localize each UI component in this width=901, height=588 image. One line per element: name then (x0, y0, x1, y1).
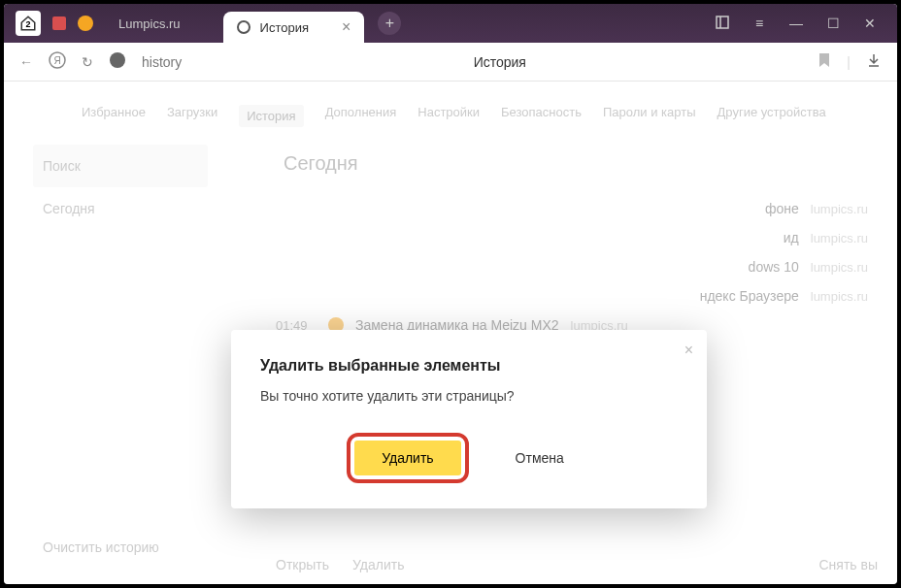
delete-button[interactable]: Удалить (352, 557, 404, 572)
day-header: Сегодня (284, 152, 878, 175)
highlight-annotation: Удалить (347, 433, 468, 483)
bookmark-icon[interactable] (818, 52, 831, 71)
nav-other-devices[interactable]: Другие устройства (717, 105, 826, 127)
nav-history[interactable]: История (239, 105, 303, 127)
history-row[interactable]: фоне lumpics.ru (227, 194, 878, 223)
address-bar: ← Я ↻ history История | (4, 43, 897, 82)
history-row[interactable]: ндекс Браузере lumpics.ru (227, 281, 878, 310)
pin-icon[interactable] (52, 16, 66, 30)
clear-history-link[interactable]: Очистить историю (43, 539, 159, 555)
confirm-delete-modal: × Удалить выбранные элементы Вы точно хо… (231, 330, 707, 508)
svg-rect-0 (717, 16, 728, 28)
download-icon[interactable] (866, 52, 882, 71)
modal-close-button[interactable]: × (684, 342, 693, 359)
tab-inactive-lumpics[interactable]: Lumpics.ru (105, 16, 194, 31)
nav-downloads[interactable]: Загрузки (167, 105, 217, 127)
tab-active-history[interactable]: История × (223, 12, 365, 43)
row-domain: lumpics.ru (811, 260, 868, 275)
cancel-button[interactable]: Отмена (488, 433, 591, 483)
nav-addons[interactable]: Дополнения (325, 105, 397, 127)
sidebar-toggle-icon[interactable] (713, 15, 732, 33)
row-title: ндекс Браузере (700, 288, 799, 304)
row-title: dows 10 (749, 259, 799, 275)
back-button[interactable]: ← (19, 54, 33, 70)
browser-window: 2 Lumpics.ru История × + ≡ — ☐ ✕ ← Я ↻ h… (4, 4, 897, 584)
tab-label: История (260, 20, 309, 35)
row-title: фоне (765, 201, 799, 216)
yandex-icon[interactable]: Я (49, 51, 66, 72)
history-row[interactable]: ид lumpics.ru (227, 223, 878, 252)
modal-text: Вы точно хотите удалить эти страницы? (260, 388, 678, 404)
page-title: История (197, 54, 802, 70)
home-tab-button[interactable]: 2 (16, 11, 41, 36)
modal-title: Удалить выбранные элементы (260, 357, 678, 375)
selection-footer: Открыть Удалить Снять вы (276, 547, 878, 572)
titlebar-left: 2 Lumpics.ru (4, 11, 194, 36)
new-tab-button[interactable]: + (378, 12, 401, 35)
row-domain: lumpics.ru (811, 231, 868, 245)
maximize-button[interactable]: ☐ (823, 16, 843, 31)
content-area: Избранное Загрузки История Дополнения На… (4, 82, 897, 584)
clock-icon (237, 20, 250, 34)
pinned-site-icon[interactable] (78, 16, 93, 31)
svg-text:Я: Я (53, 55, 60, 66)
close-window-button[interactable]: ✕ (860, 16, 880, 31)
tab-close-button[interactable]: × (342, 18, 350, 36)
home-badge: 2 (25, 19, 30, 29)
modal-buttons: Удалить Отмена (260, 433, 678, 483)
settings-nav: Избранное Загрузки История Дополнения На… (4, 82, 897, 145)
row-domain: lumpics.ru (811, 202, 868, 216)
titlebar: 2 Lumpics.ru История × + ≡ — ☐ ✕ (4, 4, 897, 43)
menu-icon[interactable]: ≡ (750, 16, 769, 31)
open-button[interactable]: Открыть (276, 557, 329, 572)
url-text[interactable]: history (142, 54, 182, 70)
window-controls: ≡ — ☐ ✕ (713, 15, 897, 33)
search-input[interactable]: Поиск (33, 145, 208, 187)
nav-settings[interactable]: Настройки (417, 105, 480, 127)
minimize-button[interactable]: — (786, 16, 806, 31)
history-sidebar: Поиск Сегодня (4, 145, 227, 398)
nav-favorites[interactable]: Избранное (82, 105, 146, 127)
history-row[interactable]: dows 10 lumpics.ru (227, 252, 878, 281)
nav-security[interactable]: Безопасность (501, 105, 582, 127)
sidebar-today[interactable]: Сегодня (33, 187, 208, 230)
reload-button[interactable]: ↻ (82, 54, 93, 70)
nav-passwords[interactable]: Пароли и карты (603, 105, 696, 127)
deselect-button[interactable]: Снять вы (818, 557, 878, 572)
confirm-delete-button[interactable]: Удалить (354, 441, 460, 475)
svg-point-4 (110, 52, 125, 68)
row-domain: lumpics.ru (811, 289, 868, 304)
shield-icon[interactable] (109, 51, 126, 72)
row-title: ид (784, 230, 799, 245)
